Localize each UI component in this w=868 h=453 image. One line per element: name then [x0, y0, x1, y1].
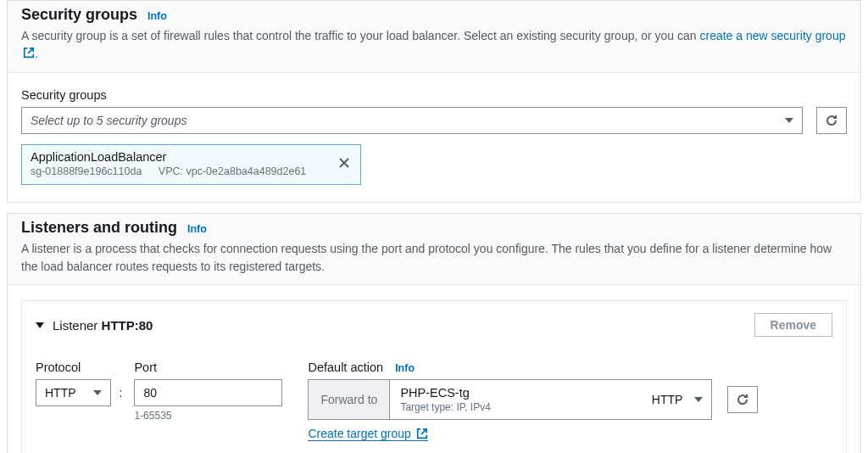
remove-chip-button[interactable]	[335, 157, 353, 171]
panel-body: Security groups Select up to 5 security …	[8, 72, 860, 202]
port-label: Port	[134, 361, 282, 374]
external-link-icon	[416, 428, 428, 439]
remove-listener-button[interactable]: Remove	[754, 313, 832, 337]
listener-card: Listener HTTP:80 Remove Protocol HTTP :	[21, 300, 847, 453]
target-protocol: HTTP	[652, 393, 683, 406]
refresh-target-button[interactable]	[727, 386, 758, 413]
sg-vpc: VPC: vpc-0e2a8ba4a489d2e61	[159, 165, 306, 177]
chevron-down-icon	[93, 390, 102, 395]
refresh-icon	[825, 114, 838, 127]
target-subtext: Target type: IP, IPv4	[400, 401, 491, 413]
protocol-label: Protocol	[36, 361, 125, 374]
target-name: PHP-ECS-tg	[400, 386, 491, 400]
section-description: A listener is a process that checks for …	[21, 240, 847, 276]
sg-name: ApplicationLoadBalancer	[31, 150, 320, 164]
section-title: Listeners and routing	[21, 219, 177, 237]
section-title: Security groups	[21, 6, 137, 24]
default-action-label: Default action	[308, 361, 383, 374]
target-group-select[interactable]: PHP-ECS-tg Target type: IP, IPv4 HTTP	[390, 379, 712, 420]
sg-id: sg-01888f9e196c110da	[31, 165, 142, 177]
select-placeholder: Select up to 5 security groups	[31, 114, 186, 127]
refresh-button[interactable]	[816, 107, 847, 134]
create-target-group-link[interactable]: Create target group	[308, 427, 427, 441]
section-description: A security group is a set of firewall ru…	[21, 27, 847, 64]
panel-body: Listener HTTP:80 Remove Protocol HTTP :	[8, 284, 860, 453]
port-input[interactable]	[134, 379, 282, 406]
external-link-icon	[23, 46, 35, 64]
info-link[interactable]: Info	[395, 362, 415, 374]
expand-caret-icon	[36, 322, 44, 328]
default-action-column: Default action Info Forward to PHP-ECS-t…	[308, 361, 832, 441]
protocol-select[interactable]: HTTP	[36, 379, 111, 406]
forward-to-label: Forward to	[308, 379, 390, 420]
chevron-down-icon	[694, 397, 703, 402]
security-groups-panel: Security groups Info A security group is…	[7, 0, 861, 203]
protocol-column: Protocol HTTP :	[36, 361, 125, 406]
refresh-icon	[736, 393, 749, 406]
info-link[interactable]: Info	[187, 223, 207, 235]
info-link[interactable]: Info	[147, 10, 167, 22]
security-groups-select[interactable]: Select up to 5 security groups	[21, 107, 803, 134]
listeners-panel: Listeners and routing Info A listener is…	[7, 213, 861, 453]
security-groups-label: Security groups	[21, 88, 847, 102]
close-icon	[339, 158, 349, 168]
chevron-down-icon	[785, 118, 793, 123]
port-column: Port 1-65535	[134, 361, 282, 422]
create-security-group-link[interactable]: create a new security group	[700, 29, 846, 42]
port-hint: 1-65535	[134, 410, 282, 422]
panel-header: Security groups Info A security group is…	[8, 1, 860, 72]
listener-title[interactable]: Listener HTTP:80	[36, 318, 153, 333]
selected-security-group-chip: ApplicationLoadBalancer sg-01888f9e196c1…	[21, 144, 361, 185]
panel-header: Listeners and routing Info A listener is…	[8, 214, 860, 284]
